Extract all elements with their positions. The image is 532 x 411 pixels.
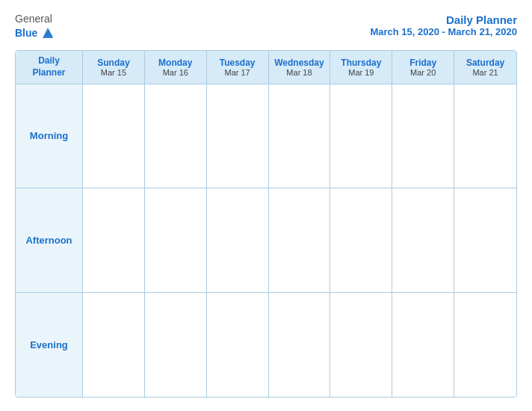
- cell-2-3[interactable]: [269, 293, 331, 397]
- header-title: Daily Planner: [370, 13, 517, 26]
- col-day-6: Saturday: [466, 58, 504, 68]
- cell-2-0[interactable]: [83, 293, 145, 397]
- col-day-0: Sunday: [97, 58, 129, 68]
- calendar-row-0: Morning: [16, 84, 516, 189]
- row-label-2: Evening: [16, 293, 83, 397]
- cell-0-2[interactable]: [207, 84, 269, 188]
- col-date-0: Mar 15: [101, 68, 126, 77]
- logo-blue-text: Blue: [15, 28, 37, 39]
- calendar-row-1: Afternoon: [16, 188, 516, 293]
- cell-1-4[interactable]: [330, 188, 392, 292]
- cell-1-6[interactable]: [454, 188, 516, 292]
- calendar: Daily Planner Sunday Mar 15 Monday Mar 1…: [15, 50, 517, 398]
- col-day-1: Monday: [158, 58, 192, 68]
- header: General Blue Daily Planner March 15, 202…: [15, 13, 517, 41]
- calendar-header-col-0: Sunday Mar 15: [83, 51, 145, 83]
- cell-1-5[interactable]: [392, 188, 454, 292]
- cell-0-6[interactable]: [454, 84, 516, 188]
- page: General Blue Daily Planner March 15, 202…: [0, 0, 532, 411]
- cell-0-1[interactable]: [145, 84, 207, 188]
- calendar-header-col-3: Wednesday Mar 18: [269, 51, 331, 83]
- calendar-header-col-2: Tuesday Mar 17: [207, 51, 269, 83]
- col-date-3: Mar 18: [286, 68, 312, 77]
- row-label-1: Afternoon: [16, 188, 83, 292]
- logo: General Blue: [15, 13, 56, 41]
- header-date: March 15, 2020 - March 21, 2020: [370, 26, 517, 37]
- calendar-header-col-1: Monday Mar 16: [145, 51, 207, 83]
- cell-2-4[interactable]: [330, 293, 392, 397]
- cell-1-3[interactable]: [269, 188, 331, 292]
- col-day-4: Thursday: [341, 58, 381, 68]
- logo-icon: [40, 25, 56, 41]
- cell-1-1[interactable]: [145, 188, 207, 292]
- logo-general-text: General: [15, 13, 56, 25]
- col-date-5: Mar 20: [410, 68, 436, 77]
- col-day-2: Tuesday: [220, 58, 256, 68]
- cell-2-2[interactable]: [207, 293, 269, 397]
- cell-2-6[interactable]: [454, 293, 516, 397]
- cell-0-0[interactable]: [83, 84, 145, 188]
- calendar-header-col-5: Friday Mar 20: [392, 51, 454, 83]
- col-day-3: Wednesday: [274, 58, 324, 68]
- cell-1-0[interactable]: [83, 188, 145, 292]
- col-date-2: Mar 17: [225, 68, 250, 77]
- col-day-5: Friday: [409, 58, 436, 68]
- calendar-header-row: Daily Planner Sunday Mar 15 Monday Mar 1…: [16, 51, 516, 84]
- row-label-0: Morning: [16, 84, 83, 188]
- cell-1-2[interactable]: [207, 188, 269, 292]
- calendar-planner-label: Planner: [32, 67, 65, 79]
- col-date-6: Mar 21: [472, 68, 498, 77]
- cell-0-4[interactable]: [330, 84, 392, 188]
- calendar-row-2: Evening: [16, 293, 516, 397]
- header-right: Daily Planner March 15, 2020 - March 21,…: [370, 13, 517, 37]
- col-date-1: Mar 16: [163, 68, 188, 77]
- calendar-header-label-cell: Daily Planner: [16, 51, 83, 83]
- calendar-header-col-4: Thursday Mar 19: [330, 51, 392, 83]
- cell-0-3[interactable]: [269, 84, 331, 188]
- calendar-body: MorningAfternoonEvening: [16, 84, 516, 397]
- calendar-header-col-6: Saturday Mar 21: [454, 51, 516, 83]
- cell-2-1[interactable]: [145, 293, 207, 397]
- cell-2-5[interactable]: [392, 293, 454, 397]
- col-date-4: Mar 19: [348, 68, 374, 77]
- calendar-daily-label: Daily: [38, 55, 60, 67]
- cell-0-5[interactable]: [392, 84, 454, 188]
